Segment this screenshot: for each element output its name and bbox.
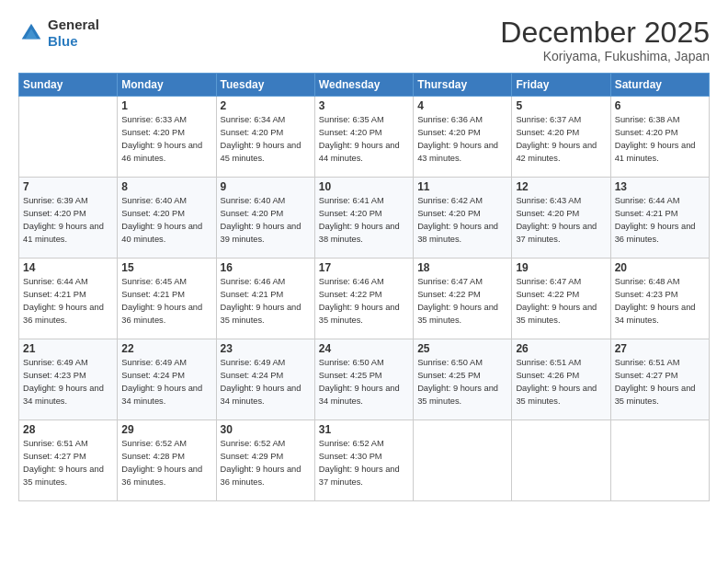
- day-number: 6: [615, 99, 705, 112]
- day-info: Sunrise: 6:48 AMSunset: 4:23 PMDaylight:…: [615, 276, 705, 327]
- calendar-table: SundayMondayTuesdayWednesdayThursdayFrid…: [18, 73, 710, 501]
- day-number: 30: [221, 423, 311, 436]
- calendar-cell: 17Sunrise: 6:46 AMSunset: 4:22 PMDayligh…: [314, 259, 413, 339]
- calendar-cell: 3Sunrise: 6:35 AMSunset: 4:20 PMDaylight…: [314, 97, 413, 178]
- day-info: Sunrise: 6:35 AMSunset: 4:20 PMDaylight:…: [319, 114, 409, 166]
- day-info: Sunrise: 6:45 AMSunset: 4:21 PMDaylight:…: [121, 276, 211, 327]
- header: General Blue December 2025 Koriyama, Fuk…: [18, 17, 710, 63]
- calendar-cell: 7Sunrise: 6:39 AMSunset: 4:20 PMDaylight…: [19, 178, 118, 259]
- calendar-cell: 15Sunrise: 6:45 AMSunset: 4:21 PMDayligh…: [118, 259, 216, 339]
- day-number: 14: [23, 261, 113, 274]
- weekday-header: Wednesday: [314, 74, 413, 97]
- weekday-header: Saturday: [610, 74, 709, 97]
- calendar-week-row: 14Sunrise: 6:44 AMSunset: 4:21 PMDayligh…: [19, 259, 710, 339]
- day-number: 31: [319, 423, 409, 436]
- calendar-cell: 18Sunrise: 6:47 AMSunset: 4:22 PMDayligh…: [414, 259, 512, 339]
- day-number: 23: [221, 342, 311, 355]
- logo-icon: [18, 20, 44, 46]
- calendar-cell: 20Sunrise: 6:48 AMSunset: 4:23 PMDayligh…: [610, 259, 709, 339]
- day-info: Sunrise: 6:49 AMSunset: 4:24 PMDaylight:…: [221, 357, 311, 408]
- day-number: 11: [417, 180, 507, 193]
- day-info: Sunrise: 6:49 AMSunset: 4:23 PMDaylight:…: [23, 357, 113, 408]
- day-number: 21: [23, 342, 113, 355]
- day-info: Sunrise: 6:52 AMSunset: 4:29 PMDaylight:…: [221, 438, 311, 489]
- weekday-header: Tuesday: [216, 74, 314, 97]
- day-number: 17: [319, 261, 409, 274]
- day-number: 26: [516, 342, 606, 355]
- day-info: Sunrise: 6:38 AMSunset: 4:20 PMDaylight:…: [615, 114, 705, 166]
- day-info: Sunrise: 6:39 AMSunset: 4:20 PMDaylight:…: [23, 195, 113, 247]
- calendar-cell: 24Sunrise: 6:50 AMSunset: 4:25 PMDayligh…: [314, 339, 413, 420]
- title-block: December 2025 Koriyama, Fukushima, Japan: [500, 17, 710, 63]
- day-number: 22: [121, 342, 211, 355]
- day-info: Sunrise: 6:52 AMSunset: 4:30 PMDaylight:…: [319, 438, 409, 489]
- calendar-cell: 10Sunrise: 6:41 AMSunset: 4:20 PMDayligh…: [314, 178, 413, 259]
- day-info: Sunrise: 6:51 AMSunset: 4:26 PMDaylight:…: [516, 357, 606, 408]
- day-info: Sunrise: 6:42 AMSunset: 4:20 PMDaylight:…: [417, 195, 507, 247]
- day-info: Sunrise: 6:47 AMSunset: 4:22 PMDaylight:…: [516, 276, 606, 327]
- calendar-cell: 14Sunrise: 6:44 AMSunset: 4:21 PMDayligh…: [19, 259, 118, 339]
- day-number: 4: [417, 99, 507, 112]
- day-number: 24: [319, 342, 409, 355]
- calendar-cell: 26Sunrise: 6:51 AMSunset: 4:26 PMDayligh…: [512, 339, 610, 420]
- calendar-cell: 6Sunrise: 6:38 AMSunset: 4:20 PMDaylight…: [610, 97, 709, 178]
- day-number: 5: [516, 99, 606, 112]
- day-number: 2: [221, 99, 311, 112]
- day-number: 8: [121, 180, 211, 193]
- day-number: 29: [121, 423, 211, 436]
- page: General Blue December 2025 Koriyama, Fuk…: [0, 0, 728, 563]
- day-info: Sunrise: 6:52 AMSunset: 4:28 PMDaylight:…: [121, 438, 211, 489]
- logo-general: General: [48, 17, 99, 33]
- day-number: 18: [417, 261, 507, 274]
- calendar-cell: [414, 420, 512, 501]
- calendar-week-row: 7Sunrise: 6:39 AMSunset: 4:20 PMDaylight…: [19, 178, 710, 259]
- day-number: 13: [615, 180, 705, 193]
- day-info: Sunrise: 6:49 AMSunset: 4:24 PMDaylight:…: [121, 357, 211, 408]
- day-info: Sunrise: 6:50 AMSunset: 4:25 PMDaylight:…: [319, 357, 409, 408]
- calendar-cell: 21Sunrise: 6:49 AMSunset: 4:23 PMDayligh…: [19, 339, 118, 420]
- day-number: 16: [221, 261, 311, 274]
- day-info: Sunrise: 6:40 AMSunset: 4:20 PMDaylight:…: [121, 195, 211, 247]
- weekday-header: Sunday: [19, 74, 118, 97]
- calendar-cell: 12Sunrise: 6:43 AMSunset: 4:20 PMDayligh…: [512, 178, 610, 259]
- day-number: 25: [417, 342, 507, 355]
- calendar-week-row: 1Sunrise: 6:33 AMSunset: 4:20 PMDaylight…: [19, 97, 710, 178]
- day-number: 28: [23, 423, 113, 436]
- calendar-cell: 9Sunrise: 6:40 AMSunset: 4:20 PMDaylight…: [216, 178, 314, 259]
- weekday-header: Thursday: [414, 74, 512, 97]
- day-number: 27: [615, 342, 705, 355]
- day-info: Sunrise: 6:43 AMSunset: 4:20 PMDaylight:…: [516, 195, 606, 247]
- day-info: Sunrise: 6:40 AMSunset: 4:20 PMDaylight:…: [221, 195, 311, 247]
- calendar-cell: 1Sunrise: 6:33 AMSunset: 4:20 PMDaylight…: [118, 97, 216, 178]
- day-info: Sunrise: 6:33 AMSunset: 4:20 PMDaylight:…: [121, 114, 211, 166]
- calendar-cell: 28Sunrise: 6:51 AMSunset: 4:27 PMDayligh…: [19, 420, 118, 501]
- day-info: Sunrise: 6:51 AMSunset: 4:27 PMDaylight:…: [615, 357, 705, 408]
- calendar-cell: 5Sunrise: 6:37 AMSunset: 4:20 PMDaylight…: [512, 97, 610, 178]
- day-number: 20: [615, 261, 705, 274]
- day-number: 15: [121, 261, 211, 274]
- calendar-cell: 27Sunrise: 6:51 AMSunset: 4:27 PMDayligh…: [610, 339, 709, 420]
- day-info: Sunrise: 6:51 AMSunset: 4:27 PMDaylight:…: [23, 438, 113, 489]
- day-info: Sunrise: 6:44 AMSunset: 4:21 PMDaylight:…: [23, 276, 113, 327]
- logo-blue: Blue: [48, 33, 99, 50]
- calendar-week-row: 28Sunrise: 6:51 AMSunset: 4:27 PMDayligh…: [19, 420, 710, 501]
- calendar-cell: 22Sunrise: 6:49 AMSunset: 4:24 PMDayligh…: [118, 339, 216, 420]
- day-info: Sunrise: 6:36 AMSunset: 4:20 PMDaylight:…: [417, 114, 507, 166]
- day-number: 3: [319, 99, 409, 112]
- subtitle: Koriyama, Fukushima, Japan: [500, 49, 710, 63]
- day-number: 1: [121, 99, 211, 112]
- day-number: 9: [221, 180, 311, 193]
- calendar-cell: 25Sunrise: 6:50 AMSunset: 4:25 PMDayligh…: [414, 339, 512, 420]
- day-info: Sunrise: 6:41 AMSunset: 4:20 PMDaylight:…: [319, 195, 409, 247]
- day-info: Sunrise: 6:47 AMSunset: 4:22 PMDaylight:…: [417, 276, 507, 327]
- calendar-cell: 2Sunrise: 6:34 AMSunset: 4:20 PMDaylight…: [216, 97, 314, 178]
- calendar-cell: 16Sunrise: 6:46 AMSunset: 4:21 PMDayligh…: [216, 259, 314, 339]
- calendar-week-row: 21Sunrise: 6:49 AMSunset: 4:23 PMDayligh…: [19, 339, 710, 420]
- day-info: Sunrise: 6:46 AMSunset: 4:21 PMDaylight:…: [221, 276, 311, 327]
- day-info: Sunrise: 6:37 AMSunset: 4:20 PMDaylight:…: [516, 114, 606, 166]
- calendar-cell: [610, 420, 709, 501]
- day-number: 10: [319, 180, 409, 193]
- calendar-cell: 29Sunrise: 6:52 AMSunset: 4:28 PMDayligh…: [118, 420, 216, 501]
- logo: General Blue: [18, 17, 99, 50]
- calendar-cell: 23Sunrise: 6:49 AMSunset: 4:24 PMDayligh…: [216, 339, 314, 420]
